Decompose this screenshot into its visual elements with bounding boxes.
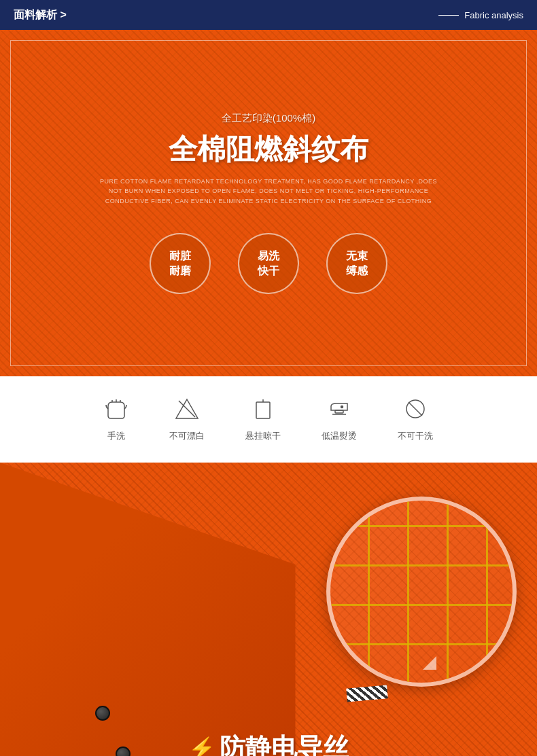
care-no-bleach: 不可漂白 xyxy=(169,397,205,442)
antistatic-title: 防静电导丝 xyxy=(220,731,349,756)
care-hang-dry: 悬挂晾干 xyxy=(245,397,281,442)
low-iron-icon xyxy=(327,397,351,425)
care-low-iron: 低温熨烫 xyxy=(322,397,357,442)
svg-point-6 xyxy=(341,406,343,408)
antistatic-bottom: ⚡ 防静电导丝 性能优于传统导电丝防静电服 xyxy=(0,731,537,756)
fabric-inner: 全工艺印染(100%棉) 全棉阻燃斜纹布 PURE COTTON FLAME R… xyxy=(10,40,527,366)
no-dry-clean-icon xyxy=(403,397,428,425)
fabric-title: 全棉阻燃斜纹布 xyxy=(169,130,368,168)
speech-bubble-tail xyxy=(423,656,436,670)
care-low-iron-label: 低温熨烫 xyxy=(322,430,357,442)
magnified-fabric-circle xyxy=(326,497,517,687)
header-right: Fabric analysis xyxy=(438,10,523,20)
feature-2: 易洗 快干 xyxy=(238,233,299,294)
conductive-grid xyxy=(330,501,513,683)
care-no-bleach-label: 不可漂白 xyxy=(169,430,205,442)
feature-1: 耐脏 耐磨 xyxy=(150,233,211,294)
antistatic-title-row: ⚡ 防静电导丝 xyxy=(0,731,537,756)
hand-wash-icon xyxy=(104,397,128,425)
no-bleach-icon xyxy=(175,397,199,425)
hang-dry-icon xyxy=(251,397,275,425)
header-title: 面料解析 > xyxy=(14,8,67,22)
features-row: 耐脏 耐磨 易洗 快干 无束 缚感 xyxy=(150,233,387,294)
header-subtitle: Fabric analysis xyxy=(464,10,523,20)
antistatic-section: ⚡ 防静电导丝 性能优于传统导电丝防静电服 xyxy=(0,463,537,756)
care-hand-wash-label: 手洗 xyxy=(107,430,125,442)
header-line xyxy=(438,15,459,16)
collar-button-1 xyxy=(95,706,110,721)
fabric-description: PURE COTTON FLAME RETARDANT TECHNOLOGY T… xyxy=(99,177,438,206)
fabric-section: 全工艺印染(100%棉) 全棉阻燃斜纹布 PURE COTTON FLAME R… xyxy=(0,30,537,376)
svg-rect-4 xyxy=(335,410,343,413)
lightning-icon: ⚡ xyxy=(188,738,215,757)
care-no-dry-clean: 不可干洗 xyxy=(398,397,433,442)
care-no-dry-clean-label: 不可干洗 xyxy=(398,430,433,442)
svg-line-8 xyxy=(409,402,422,416)
feature-3: 无束 缚感 xyxy=(326,233,387,294)
page-header: 面料解析 > Fabric analysis xyxy=(0,0,537,30)
fabric-subtitle: 全工艺印染(100%棉) xyxy=(222,112,315,125)
care-section: 手洗 不可漂白 悬挂晾干 低 xyxy=(0,376,537,463)
care-hand-wash: 手洗 xyxy=(104,397,128,442)
care-hang-dry-label: 悬挂晾干 xyxy=(245,430,281,442)
svg-rect-2 xyxy=(256,402,270,418)
